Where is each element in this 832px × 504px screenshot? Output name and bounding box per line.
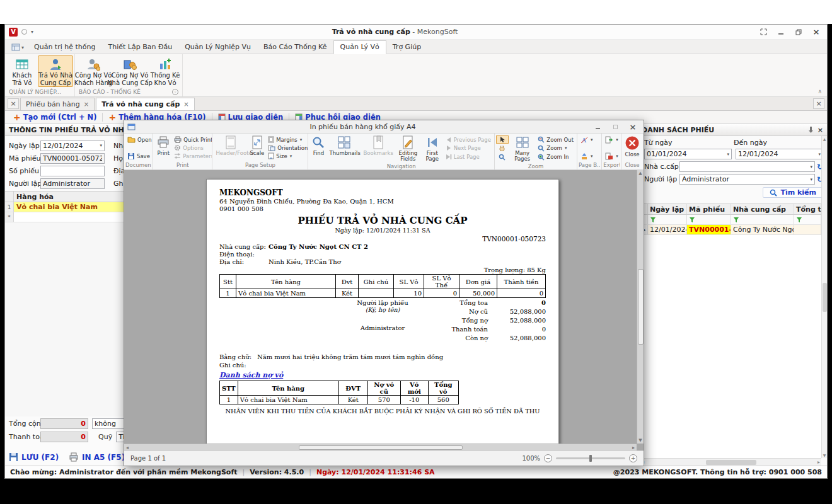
scroll-right-icon[interactable]: ▸ <box>632 445 635 450</box>
tra-vo-nha-cung-cap-button[interactable]: Trả Vỏ NhàCung Cấp <box>38 55 73 87</box>
tab-tro-giup[interactable]: Trợ Giúp <box>386 41 427 54</box>
margins-button[interactable]: Margins▾ <box>266 135 308 144</box>
page-color-button[interactable]: ▾ <box>579 152 595 160</box>
export-document-button[interactable]: ▾ <box>603 135 620 144</box>
scroll-up-icon[interactable]: ▲ <box>638 171 642 176</box>
col-ngay-lap[interactable]: Ngày lập <box>648 204 687 214</box>
minimize-button[interactable] <box>774 26 788 38</box>
print-a5-button[interactable]: IN A5 (F5) <box>69 452 125 462</box>
zoom-in-icon[interactable]: + <box>629 454 637 462</box>
options-button[interactable]: Options <box>172 144 212 152</box>
tab-close-icon[interactable]: × <box>84 101 89 108</box>
cell-ngay-lap[interactable]: 12/01/2024 <box>648 225 687 234</box>
filter-cell[interactable] <box>731 215 794 224</box>
so-phieu-input[interactable] <box>40 166 105 176</box>
voucher-row[interactable]: ▸ 12/01/2024 TVN00001-... Công Ty Nước N… <box>640 225 821 235</box>
restore-button[interactable] <box>792 26 806 38</box>
preview-horizontal-scrollbar[interactable]: ◂▸ <box>124 444 637 450</box>
dialog-minimize-icon[interactable] <box>590 122 605 132</box>
scroll-up-icon[interactable]: ▲ <box>823 137 826 141</box>
open-button[interactable]: Open <box>125 135 153 144</box>
scrollbar-thumb[interactable] <box>638 269 644 345</box>
ribbon-collapse-icon[interactable]: ∧ <box>818 88 822 94</box>
zoom-slider-thumb[interactable] <box>589 455 592 462</box>
quick-print-button[interactable]: Quick Print <box>172 135 212 144</box>
scroll-right-icon[interactable]: ▸ <box>818 459 820 465</box>
send-email-button[interactable]: ▾ <box>603 152 620 160</box>
tab-quan-ly-nghiep-vu[interactable]: Quản Lý Nghiệp Vụ <box>178 41 257 54</box>
tab-quan-tri-he-thong[interactable]: Quản trị hệ thống <box>28 41 101 54</box>
quick-access-dropdown-icon[interactable]: ▾ <box>31 29 33 35</box>
filter-cell[interactable] <box>687 215 731 224</box>
ribbon-menu-icon[interactable]: ▾ <box>8 42 28 54</box>
orientation-button[interactable]: Orientation▾ <box>266 144 308 152</box>
tab-bao-cao-thong-ke[interactable]: Báo Cáo Thống Kê <box>257 41 333 54</box>
tabstrip-close-icon[interactable]: × <box>8 98 19 109</box>
thong-ke-kho-vo-button[interactable]: Thống KêKho Vỏ <box>149 55 181 87</box>
dialog-maximize-icon[interactable] <box>608 122 623 132</box>
close-preview-button[interactable]: Close <box>623 134 642 161</box>
next-page-button[interactable]: Next Page <box>444 144 493 152</box>
pin-icon[interactable] <box>807 126 814 134</box>
save-button[interactable]: Save <box>125 152 153 160</box>
nguoi-lap-filter-combo[interactable]: Administrator▾ <box>679 174 815 185</box>
scrollbar-thumb[interactable] <box>706 460 756 465</box>
cell-ma-phieu[interactable]: TVN00001-... <box>687 225 731 234</box>
group-dialog-launcher-icon[interactable]: ◦ <box>172 89 178 95</box>
doctab-tra-vo-nha-cung-cap[interactable]: Trả vỏ nhà cung cấp× <box>96 98 195 110</box>
cell-tong-tien[interactable] <box>794 225 821 234</box>
editing-fields-button[interactable]: Editing Fields <box>395 134 421 163</box>
many-pages-button[interactable]: Many Pages <box>509 134 536 163</box>
thumbnails-button[interactable]: Thumbnails <box>327 134 361 163</box>
mouse-pointer-button[interactable] <box>496 135 509 144</box>
tab-quan-ly-vo[interactable]: Quản Lý Vỏ <box>333 40 386 54</box>
cell-nha-cung-cap[interactable]: Công Ty Nước Ngọt ... <box>731 225 794 234</box>
save-voucher-button[interactable]: LƯU (F2) <box>9 452 59 462</box>
cong-no-vo-khach-hang-button[interactable]: Công Nợ VỏKhách Hàng <box>76 55 110 87</box>
tu-ngay-combo[interactable]: 01/01/2024▾ <box>644 149 732 159</box>
close-button[interactable]: × <box>809 26 823 38</box>
ma-phieu-input[interactable]: TVN00001-050723 <box>40 153 105 164</box>
col-nha-cung-cap[interactable]: Nhà cung cấp <box>731 204 794 214</box>
scrollbar-thumb[interactable] <box>299 445 463 450</box>
zoom-in-button[interactable]: Zoom In <box>536 153 575 161</box>
col-ma-phieu[interactable]: Mã phiếu <box>687 204 731 214</box>
zoom-out-button[interactable]: Zoom Out <box>536 135 575 144</box>
first-page-button[interactable]: First Page <box>421 134 444 163</box>
zoom-out-icon[interactable]: − <box>544 454 552 462</box>
tab-thiet-lap-ban-dau[interactable]: Thiết Lập Ban Đầu <box>101 41 178 54</box>
zoom-button[interactable]: Zoom▾ <box>536 144 575 152</box>
scroll-down-icon[interactable]: ▼ <box>823 453 826 457</box>
search-button[interactable]: Tìm kiếm <box>763 187 823 198</box>
previous-page-button[interactable]: Previous Page <box>444 135 493 144</box>
print-button[interactable]: Print <box>154 134 172 161</box>
create-new-button[interactable]: +Tạo mới (Ctrl + N) <box>8 113 102 122</box>
nguoi-lap-input[interactable]: Administrator <box>40 178 105 189</box>
quick-access-icon[interactable] <box>21 29 27 35</box>
khach-tra-vo-button[interactable]: KháchTrả Vỏ <box>6 55 38 87</box>
doctab-phieu-ban-hang[interactable]: Phiếu bán hàng× <box>20 98 95 110</box>
panel-close-icon[interactable]: × <box>818 127 823 134</box>
den-ngay-combo[interactable]: 12/01/2024▾ <box>736 149 823 159</box>
scroll-down-icon[interactable]: ▼ <box>638 438 642 443</box>
filter-cell[interactable] <box>794 215 821 224</box>
last-page-button[interactable]: Last Page <box>444 153 493 161</box>
scale-button[interactable]: Scale <box>248 134 266 161</box>
size-button[interactable]: Size▾ <box>266 152 308 160</box>
hand-tool-button[interactable] <box>496 144 509 152</box>
magnifier-tool-button[interactable] <box>496 153 509 161</box>
scrollbar-thumb[interactable] <box>823 283 827 312</box>
dialog-close-icon[interactable]: × <box>625 122 640 132</box>
tabstrip-close-right-icon[interactable]: × <box>813 98 824 109</box>
ngay-lap-combo[interactable]: 12/01/2024▾ <box>40 140 105 151</box>
tab-close-icon[interactable]: × <box>183 101 188 108</box>
header-footer-button[interactable]: Header/Footer <box>214 134 248 161</box>
filter-cell[interactable] <box>648 215 687 224</box>
zoom-slider[interactable] <box>556 457 625 459</box>
horizontal-scrollbar[interactable]: ◂▸ <box>640 458 821 466</box>
col-tong-tien[interactable]: Tổng tiền <box>794 204 821 214</box>
parameters-button[interactable]: Parameters <box>172 152 212 160</box>
find-button[interactable]: Find <box>309 134 327 163</box>
scroll-left-icon[interactable]: ◂ <box>126 445 129 450</box>
nha-cc-filter-combo[interactable]: ▾ <box>679 161 815 172</box>
